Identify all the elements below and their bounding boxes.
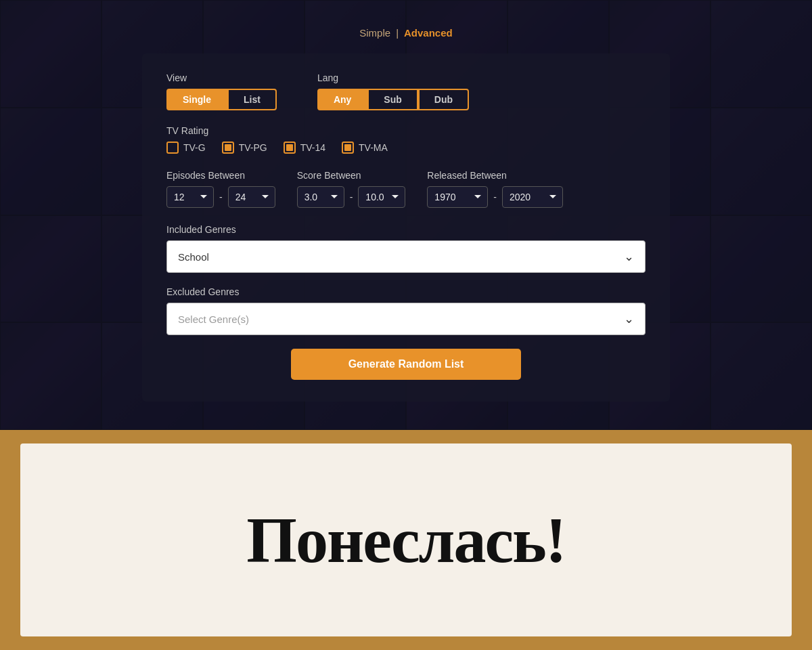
bottom-text: Понеслась!	[246, 502, 566, 578]
view-buttons: Single List	[166, 89, 277, 110]
excluded-genres-section: Excluded Genres Select Genre(s) ⌄	[166, 286, 646, 335]
score-separator: -	[350, 192, 353, 202]
tv-pg-label: TV-PG	[239, 142, 267, 153]
tv-rating-section: TV Rating TV-G TV-PG TV-14	[166, 125, 646, 154]
generate-button[interactable]: Generate Random List	[291, 349, 521, 380]
released-controls: 1960 1970 1980 1990 2000 2010 - 2000 201…	[427, 186, 563, 208]
view-list-button[interactable]: List	[227, 89, 277, 110]
episodes-from-select[interactable]: 1 6 12 24 48 100	[166, 186, 214, 208]
released-from-select[interactable]: 1960 1970 1980 1990 2000 2010	[427, 186, 488, 208]
tv-g-label: TV-G	[183, 142, 206, 153]
lang-sub-button[interactable]: Sub	[367, 89, 418, 110]
view-group: View Single List	[166, 72, 277, 110]
tv-g-checkbox[interactable]: TV-G	[166, 142, 206, 154]
episodes-to-select[interactable]: 24 36 48 100 200	[228, 186, 275, 208]
tv-14-checkbox[interactable]: TV-14	[284, 142, 325, 154]
lang-group: Lang Any Sub Dub	[317, 72, 469, 110]
tv-14-box	[284, 142, 296, 154]
simple-tab[interactable]: Simple	[359, 27, 390, 39]
tv-rating-checkboxes: TV-G TV-PG TV-14 TV-MA	[166, 142, 646, 154]
excluded-genres-placeholder: Select Genre(s)	[178, 313, 249, 325]
lang-label: Lang	[317, 72, 469, 83]
released-label: Released Between	[427, 170, 563, 181]
included-genres-section: Included Genres School ⌄	[166, 224, 646, 273]
lang-dub-button[interactable]: Dub	[418, 89, 469, 110]
top-section: Simple | Advanced View Single List Lang …	[0, 0, 812, 430]
included-genres-value: School	[178, 251, 209, 263]
tab-divider: |	[396, 27, 399, 39]
score-group: Score Between 1.0 2.0 3.0 4.0 5.0 - 6.0	[297, 170, 406, 208]
score-to-select[interactable]: 6.0 7.0 8.0 9.0 10.0	[358, 186, 405, 208]
episodes-group: Episodes Between 1 6 12 24 48 100 - 24	[166, 170, 275, 208]
lang-buttons: Any Sub Dub	[317, 89, 469, 110]
tv-ma-box	[342, 142, 354, 154]
score-controls: 1.0 2.0 3.0 4.0 5.0 - 6.0 7.0 8.0 9.0	[297, 186, 406, 208]
tv-rating-label: TV Rating	[166, 125, 646, 136]
score-label: Score Between	[297, 170, 406, 181]
view-lang-row: View Single List Lang Any Sub Dub	[166, 72, 646, 110]
lang-any-button[interactable]: Any	[317, 89, 367, 110]
advanced-tab[interactable]: Advanced	[404, 27, 453, 39]
mode-tabs: Simple | Advanced	[359, 27, 452, 39]
included-genres-label: Included Genres	[166, 224, 646, 235]
tv-ma-checkbox[interactable]: TV-MA	[342, 142, 388, 154]
included-genres-dropdown[interactable]: School ⌄	[166, 240, 646, 273]
view-label: View	[166, 72, 277, 83]
episodes-label: Episodes Between	[166, 170, 275, 181]
view-single-button[interactable]: Single	[166, 89, 227, 110]
excluded-genres-label: Excluded Genres	[166, 286, 646, 297]
score-from-select[interactable]: 1.0 2.0 3.0 4.0 5.0	[297, 186, 344, 208]
excluded-genres-dropdown[interactable]: Select Genre(s) ⌄	[166, 303, 646, 335]
tv-ma-label: TV-MA	[359, 142, 388, 153]
bottom-card: Понеслась!	[20, 443, 792, 636]
range-row: Episodes Between 1 6 12 24 48 100 - 24	[166, 170, 646, 208]
main-content: Simple | Advanced View Single List Lang …	[0, 0, 812, 402]
tv-14-label: TV-14	[300, 142, 325, 153]
tv-pg-box	[222, 142, 234, 154]
bottom-section: Понеслась!	[0, 430, 812, 650]
episodes-controls: 1 6 12 24 48 100 - 24 36 48 100	[166, 186, 275, 208]
released-group: Released Between 1960 1970 1980 1990 200…	[427, 170, 563, 208]
released-separator: -	[493, 192, 497, 202]
included-genres-chevron-icon: ⌄	[624, 249, 634, 264]
released-to-select[interactable]: 2000 2010 2015 2020 2023 2024	[502, 186, 563, 208]
episodes-separator: -	[219, 192, 223, 202]
tv-g-box	[166, 142, 179, 154]
tv-pg-checkbox[interactable]: TV-PG	[222, 142, 267, 154]
filter-card: View Single List Lang Any Sub Dub	[142, 53, 670, 402]
excluded-genres-chevron-icon: ⌄	[624, 311, 634, 326]
